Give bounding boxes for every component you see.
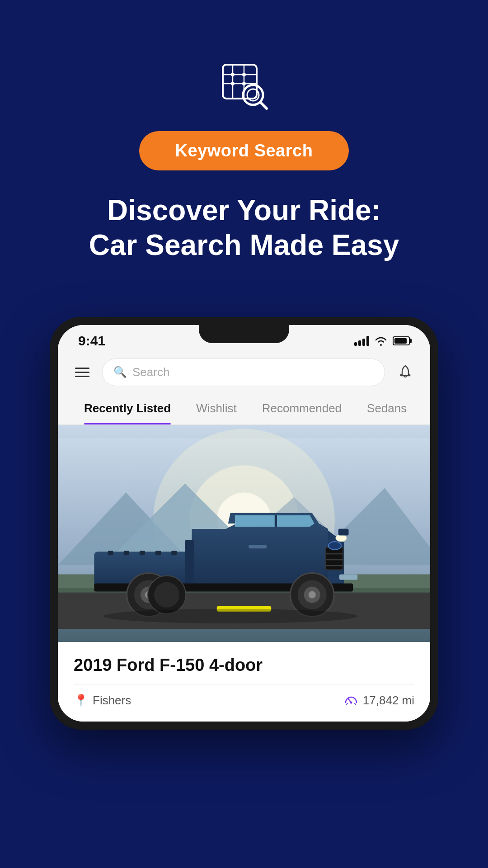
- svg-rect-50: [155, 551, 161, 555]
- app-icon: [217, 59, 271, 113]
- svg-rect-45: [338, 529, 348, 535]
- signal-bars-icon: [354, 336, 369, 346]
- tabs-row: Recently Listed Wishlist Recommended Sed…: [58, 392, 430, 425]
- svg-rect-32: [185, 540, 194, 590]
- tab-recommended[interactable]: Recommended: [249, 392, 354, 425]
- app-header: 🔍 Search: [58, 352, 430, 392]
- keyword-search-button[interactable]: Keyword Search: [139, 131, 349, 170]
- search-input[interactable]: Search: [132, 365, 169, 379]
- car-image: [58, 425, 430, 642]
- mileage-text: 17,842 mi: [363, 693, 414, 708]
- headline: Discover Your Ride: Car Search Made Easy: [53, 193, 436, 263]
- search-icon: 🔍: [113, 366, 127, 378]
- svg-point-8: [242, 82, 246, 85]
- svg-point-52: [103, 609, 357, 623]
- notifications-button[interactable]: [394, 361, 417, 383]
- svg-rect-49: [140, 551, 145, 555]
- car-location: 📍 Fishers: [74, 693, 131, 708]
- svg-rect-47: [108, 551, 113, 555]
- svg-point-31: [328, 542, 341, 550]
- car-mileage: 17,842 mi: [344, 693, 414, 708]
- headline-line2: Car Search Made Easy: [89, 229, 399, 261]
- wifi-icon: [375, 336, 387, 346]
- status-time: 9:41: [78, 333, 105, 349]
- svg-point-53: [350, 701, 352, 703]
- svg-point-5: [231, 73, 235, 76]
- tab-sedans[interactable]: Sedans: [354, 392, 419, 425]
- battery-icon: [393, 336, 410, 345]
- bell-icon: [398, 364, 413, 380]
- status-icons: [354, 336, 410, 346]
- svg-point-7: [231, 82, 235, 85]
- svg-rect-48: [124, 551, 129, 555]
- svg-point-37: [309, 591, 316, 598]
- svg-rect-51: [171, 551, 177, 555]
- svg-rect-0: [223, 65, 257, 99]
- headline-line1: Discover Your Ride:: [107, 194, 381, 226]
- menu-button[interactable]: [71, 364, 93, 381]
- car-divider: [74, 684, 414, 684]
- car-listing-info: 2019 Ford F-150 4-door 📍 Fishers 17,842 …: [58, 642, 430, 722]
- speedometer-icon: [344, 693, 358, 708]
- svg-point-43: [154, 582, 179, 607]
- location-text: Fishers: [93, 693, 131, 708]
- location-pin-icon: 📍: [74, 693, 88, 708]
- svg-line-10: [260, 102, 267, 108]
- search-bar[interactable]: 🔍 Search: [102, 359, 385, 386]
- svg-point-6: [242, 73, 246, 76]
- phone-mockup: 9:41: [50, 317, 438, 730]
- car-title: 2019 Ford F-150 4-door: [74, 656, 414, 675]
- tab-wishlist[interactable]: Wishlist: [183, 392, 249, 425]
- svg-rect-44: [249, 545, 267, 548]
- phone-notch: [199, 325, 289, 343]
- phone-inner: 9:41: [58, 325, 430, 722]
- tab-recently-listed[interactable]: Recently Listed: [71, 392, 183, 425]
- svg-rect-46: [339, 574, 357, 580]
- top-section: Keyword Search Discover Your Ride: Car S…: [0, 0, 488, 317]
- car-meta: 📍 Fishers 17,842 mi: [74, 693, 414, 712]
- svg-rect-26: [326, 547, 343, 570]
